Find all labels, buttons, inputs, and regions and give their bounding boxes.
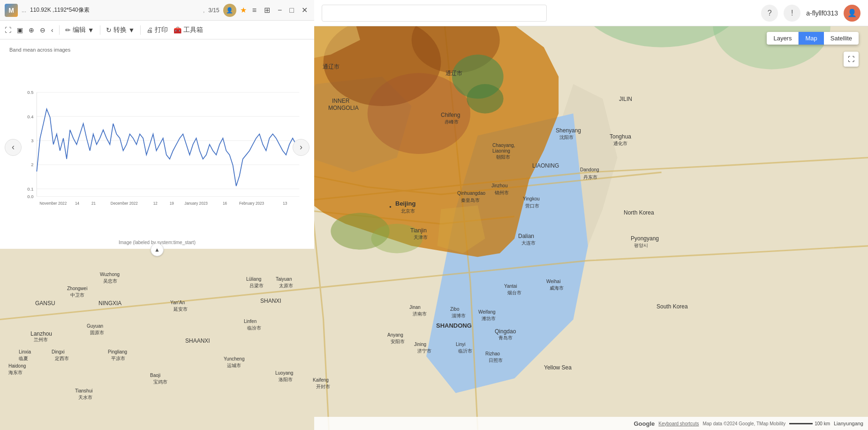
collapse-btn[interactable]: ▲	[151, 243, 164, 256]
zoom-out-btn[interactable]: ⊖	[40, 26, 45, 34]
edit-icon: ✏	[65, 26, 71, 34]
toolbox-icon: 🧰	[174, 26, 181, 34]
zoom-in-btn[interactable]: ⊕	[29, 26, 34, 34]
print-btn[interactable]: 🖨 打印	[146, 26, 168, 34]
svg-text:21: 21	[91, 201, 96, 206]
topbar: ? ! a-flyllf0313 👤	[314, 0, 868, 26]
convert-dropdown-icon: ▼	[128, 26, 135, 34]
chart-next-btn[interactable]: ›	[293, 139, 309, 156]
google-logo: Google	[634, 420, 655, 427]
minimize-button[interactable]: −	[276, 5, 284, 15]
fullscreen-tool-btn[interactable]: ⛶	[5, 26, 11, 34]
panel-tool-btn[interactable]: ▣	[17, 26, 23, 34]
svg-text:3: 3	[31, 138, 33, 143]
toolbar-sep-2	[100, 25, 100, 35]
profile-icon: 👤	[223, 4, 236, 17]
username-label[interactable]: a-flyllf0313	[806, 9, 838, 17]
chart-content: Band mean across images ‹ › 0.5 0.4	[0, 39, 314, 249]
maximize-button[interactable]: □	[287, 5, 296, 15]
pin-button[interactable]: ⊞	[262, 5, 272, 15]
svg-text:2: 2	[31, 162, 33, 167]
svg-text:November 2022: November 2022	[39, 201, 67, 206]
svg-text:0.1: 0.1	[27, 187, 33, 192]
keyboard-shortcuts[interactable]: Keyboard shortcuts	[658, 421, 699, 426]
svg-text:19: 19	[170, 201, 174, 206]
chart-toolbar: ⛶ ▣ ⊕ ⊖ ‹ ✏ 编辑 ▼ ↻ 转换 ▼ 🖨 打印 🧰 工具箱	[0, 21, 314, 39]
toolbar-sep-1	[59, 25, 60, 35]
lianyungang-label: Lianyungang	[834, 421, 863, 426]
chart-page-info: 3/15	[208, 7, 219, 14]
chart-titlebar: M ... 110.92K ,1192*540像素 , 3/15 👤 ★ ≡ ⊞…	[0, 0, 314, 21]
svg-text:0.5: 0.5	[27, 90, 33, 95]
layers-label: Layers	[767, 32, 799, 45]
print-icon: 🖨	[146, 26, 153, 34]
help-button[interactable]: ?	[761, 5, 778, 22]
toolbox-btn[interactable]: 🧰 工具箱	[174, 26, 203, 34]
scale-bar: 100 km	[789, 421, 830, 426]
user-avatar[interactable]: 👤	[844, 5, 860, 22]
map-btn[interactable]: Map	[799, 32, 823, 45]
chart-title-text: 110.92K ,1192*540像素	[30, 6, 199, 14]
star-icon: ★	[240, 6, 247, 15]
svg-text:14: 14	[75, 201, 80, 206]
line-chart-svg: 0.5 0.4 3 2 0.1 0.0 November 2022 14 21 …	[9, 56, 305, 238]
svg-text:December 2022: December 2022	[111, 201, 138, 206]
chart-prev-btn[interactable]: ‹	[5, 139, 22, 156]
svg-text:12: 12	[153, 201, 158, 206]
svg-text:16: 16	[223, 201, 227, 206]
search-bar[interactable]	[322, 5, 547, 22]
svg-text:0.0: 0.0	[27, 194, 33, 199]
convert-icon: ↻	[106, 26, 112, 34]
svg-point-9	[371, 224, 423, 253]
svg-text:0.4: 0.4	[27, 115, 33, 119]
scale-label: 100 km	[815, 421, 830, 426]
alert-button[interactable]: !	[784, 5, 800, 22]
chart-panel: M ... 110.92K ,1192*540像素 , 3/15 👤 ★ ≡ ⊞…	[0, 0, 314, 249]
map-controls: Layers Map Satellite	[767, 32, 859, 45]
menu-button[interactable]: ≡	[250, 5, 258, 15]
svg-text:13: 13	[283, 201, 287, 206]
back-btn[interactable]: ‹	[51, 26, 53, 34]
app-icon: M	[5, 4, 18, 17]
toolbar-sep-3	[140, 25, 141, 35]
svg-point-7	[467, 84, 503, 114]
chart-svg-container: ‹ › 0.5 0.4 3 2 0.1 0.0	[9, 56, 305, 238]
map-attribution: Map data ©2024 Google, TMap Mobility	[702, 421, 785, 426]
svg-text:January 2023: January 2023	[184, 201, 208, 206]
edit-btn[interactable]: ✏ 编辑 ▼	[65, 26, 94, 34]
edit-dropdown-icon: ▼	[88, 26, 94, 34]
scale-line	[789, 423, 813, 424]
svg-text:February 2023: February 2023	[239, 201, 264, 206]
fullscreen-button[interactable]: ⛶	[844, 52, 859, 67]
close-button[interactable]: ✕	[300, 5, 309, 15]
convert-btn[interactable]: ↻ 转换 ▼	[106, 26, 135, 34]
map-bottombar: Google Keyboard shortcuts Map data ©2024…	[314, 417, 868, 430]
chart-title-label: Band mean across images	[9, 47, 305, 53]
satellite-btn[interactable]: Satellite	[824, 32, 859, 45]
